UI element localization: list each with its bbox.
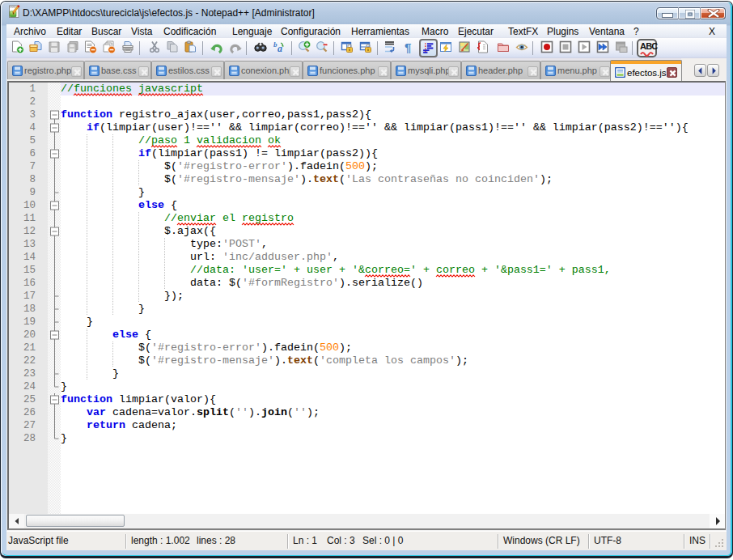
svg-text:¶: ¶ [405, 40, 411, 53]
svg-text:a: a [278, 43, 282, 53]
